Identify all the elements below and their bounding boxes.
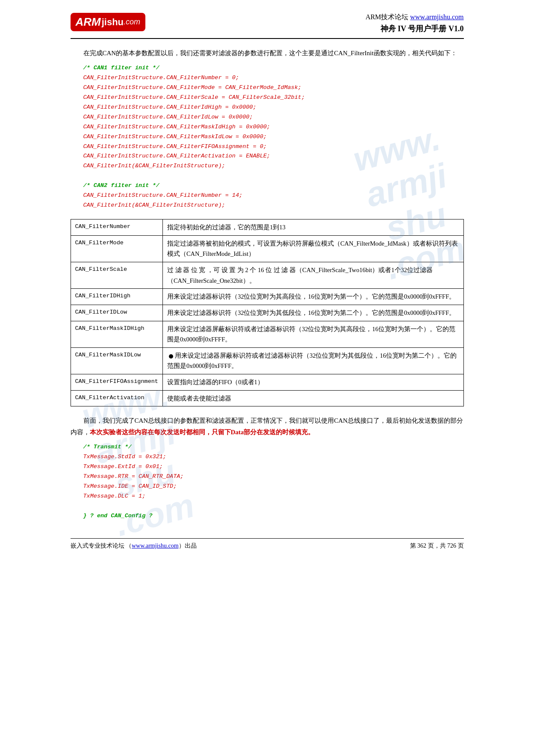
- table-row: CAN_FilterActivation使能或者去使能过滤器: [71, 390, 463, 406]
- dot-bullet-icon: [169, 354, 173, 359]
- table-cell-desc: 过 滤 器 位 宽 ，可 设 置 为 2 个 16 位 过 滤 器（CAN_Fi…: [162, 262, 463, 288]
- table-cell-field: CAN_FilterIDLow: [71, 305, 162, 321]
- table-cell-field: CAN_FilterIDHigh: [71, 289, 162, 305]
- logo-area: ARM jishu .com: [71, 13, 146, 31]
- code-line-1-1: CAN_FilterInitStructure.CAN_FilterMode =…: [83, 83, 464, 93]
- code-line-1-5: CAN_FilterInitStructure.CAN_FilterMaskId…: [83, 122, 464, 132]
- code-line-2-1: CAN_FilterInit(&CAN_FilterInitStructure)…: [83, 201, 464, 210]
- table-cell-desc: 使能或者去使能过滤器: [162, 390, 463, 406]
- code2-line-0: TxMessage.StdId = 0x321;: [83, 452, 464, 462]
- code2-line-2: TxMessage.RTR = CAN_RTR_DATA;: [83, 472, 464, 482]
- table-row: CAN_FilterMaskIDHigh用来设定过滤器屏蔽标识符或者过滤器标识符…: [71, 321, 463, 347]
- table-cell-desc: 设置指向过滤器的FIFO（0或者1）: [162, 374, 463, 391]
- table-row: CAN_FilterIDHigh用来设定过滤器标识符（32位位宽时为其高段位，1…: [71, 289, 463, 305]
- logo-jishu: jishu: [102, 17, 124, 28]
- code-line-1-4: CAN_FilterInitStructure.CAN_FilterIdLow …: [83, 113, 464, 122]
- table-cell-field: CAN_FilterFIFOAssignment: [71, 374, 162, 391]
- code-line-2-0: CAN_FilterInitStructure.CAN_FilterNumber…: [83, 191, 464, 201]
- header-url[interactable]: www.armjishu.com: [410, 13, 463, 21]
- table-cell-desc: 用来设定过滤器标识符（32位位宽时为其低段位，16位宽时为第二个）。它的范围是0…: [162, 305, 463, 321]
- table-row: CAN_FilterMode指定过滤器将被初始化的模式，可设置为标识符屏蔽位模式…: [71, 235, 463, 262]
- code-line-1-3: CAN_FilterInitStructure.CAN_FilterIdHigh…: [83, 103, 464, 113]
- header-right: ARM技术论坛 www.armjishu.com 神舟 IV 号用户手册 V1.…: [366, 13, 464, 34]
- table-cell-desc: 用来设定过滤器标识符（32位位宽时为其高段位，16位宽时为第一个）。它的范围是0…: [162, 289, 463, 305]
- code-line-1-6: CAN_FilterInitStructure.CAN_FilterMaskId…: [83, 132, 464, 142]
- header-manual-title: 神舟 IV 号用户手册 V1.0: [366, 24, 464, 34]
- page-header: ARM jishu .com ARM技术论坛 www.armjishu.com …: [71, 13, 464, 39]
- code-block-2: /* Transmit */ TxMessage.StdId = 0x321; …: [83, 442, 464, 521]
- table-cell-field: CAN_FilterActivation: [71, 390, 162, 406]
- table-cell-field: CAN_FilterMaskIDLow: [71, 347, 162, 374]
- logo-com: .com: [124, 18, 140, 27]
- bottom-paragraph: 前面，我们完成了CAN总线接口的参数配置和滤波器配置，正常情况下，我们就可以使用…: [71, 415, 464, 438]
- code-line-1-2: CAN_FilterInitStructure.CAN_FilterScale …: [83, 93, 464, 103]
- table-row: CAN_FilterMaskIDLow用来设定过滤器屏蔽标识符或者过滤器标识符（…: [71, 347, 463, 374]
- table-cell-field: CAN_FilterMaskIDHigh: [71, 321, 162, 347]
- code-line-1-0: CAN_FilterInitStructure.CAN_FilterNumber…: [83, 73, 464, 83]
- table-cell-desc: 用来设定过滤器屏蔽标识符或者过滤器标识符（32位位宽时为其高段位，16位宽时为第…: [162, 321, 463, 347]
- filter-table: CAN_FilterNumber指定待初始化的过滤器，它的范围是1到13CAN_…: [71, 219, 464, 406]
- table-cell-desc: 指定待初始化的过滤器，它的范围是1到13: [162, 219, 463, 236]
- table-cell-desc: 指定过滤器将被初始化的模式，可设置为标识符屏蔽位模式（CAN_FilterMod…: [162, 235, 463, 262]
- footer-url[interactable]: www.armjishu.com: [132, 543, 179, 549]
- table-row: CAN_FilterFIFOAssignment设置指向过滤器的FIFO（0或者…: [71, 374, 463, 391]
- table-cell-desc: 用来设定过滤器屏蔽标识符或者过滤器标识符（32位位宽时为其低段位，16位宽时为第…: [162, 347, 463, 374]
- header-site: ARM技术论坛 www.armjishu.com: [366, 13, 464, 22]
- code-line-1-7: CAN_FilterInitStructure.CAN_FilterFIFOAs…: [83, 142, 464, 152]
- table-row: CAN_FilterNumber指定待初始化的过滤器，它的范围是1到13: [71, 219, 463, 236]
- code2-line-3: TxMessage.IDE = CAN_ID_STD;: [83, 482, 464, 492]
- logo-box: ARM jishu .com: [71, 13, 146, 31]
- table-row: CAN_FilterScale过 滤 器 位 宽 ，可 设 置 为 2 个 16…: [71, 262, 463, 288]
- code-line-1-9: CAN_FilterInit(&CAN_FilterInitStructure)…: [83, 161, 464, 171]
- table-row: CAN_FilterIDLow用来设定过滤器标识符（32位位宽时为其低段位，16…: [71, 305, 463, 321]
- code-end-comment: } ? end CAN_Config ?: [83, 511, 464, 521]
- code2-line-1: TxMessage.ExtId = 0x01;: [83, 462, 464, 472]
- code-block-1: /* CAN1 filter init */ CAN_FilterInitStr…: [83, 63, 464, 210]
- code2-line-4: TxMessage.DLC = 1;: [83, 492, 464, 501]
- table-cell-field: CAN_FilterScale: [71, 262, 162, 288]
- code-comment-2: /* CAN2 filter init */: [83, 181, 464, 191]
- table-cell-field: CAN_FilterNumber: [71, 219, 162, 236]
- footer-left: 嵌入式专业技术论坛 （www.armjishu.com）出品: [71, 542, 197, 550]
- logo-arm: ARM: [76, 15, 101, 29]
- page-footer: 嵌入式专业技术论坛 （www.armjishu.com）出品 第 362 页，共…: [71, 538, 464, 550]
- table-cell-field: CAN_FilterMode: [71, 235, 162, 262]
- footer-right: 第 362 页，共 726 页: [410, 542, 464, 550]
- code-comment-1: /* CAN1 filter init */: [83, 63, 464, 73]
- intro-paragraph: 在完成CAN的基本参数配置以后，我们还需要对滤波器的参数进行配置，这个主要是通过…: [71, 47, 464, 59]
- code-comment-3: /* Transmit */: [83, 442, 464, 452]
- code-line-1-8: CAN_FilterInitStructure.CAN_FilterActiva…: [83, 151, 464, 161]
- bottom-text-highlight: 本次实验者这些内容在每次发送时都相同，只留下Data部分在发送的时候填充。: [90, 429, 315, 436]
